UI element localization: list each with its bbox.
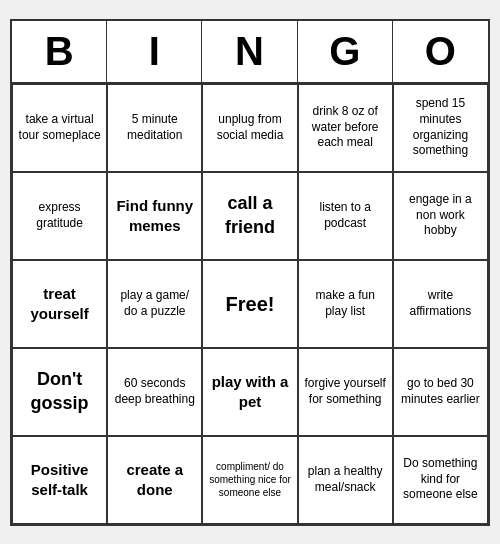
bingo-cell: express gratitude bbox=[12, 172, 107, 260]
bingo-cell: Find funny memes bbox=[107, 172, 202, 260]
bingo-cell: create a done bbox=[107, 436, 202, 524]
bingo-cell: make a fun play list bbox=[298, 260, 393, 348]
bingo-letter: O bbox=[393, 21, 488, 82]
bingo-cell: engage in a non work hobby bbox=[393, 172, 488, 260]
bingo-cell: spend 15 minutes organizing something bbox=[393, 84, 488, 172]
bingo-cell: go to bed 30 minutes earlier bbox=[393, 348, 488, 436]
bingo-cell: listen to a podcast bbox=[298, 172, 393, 260]
bingo-letter: N bbox=[202, 21, 297, 82]
bingo-header: BINGO bbox=[12, 21, 488, 84]
bingo-letter: B bbox=[12, 21, 107, 82]
bingo-cell: treat yourself bbox=[12, 260, 107, 348]
bingo-cell: Positive self-talk bbox=[12, 436, 107, 524]
bingo-cell: forgive yourself for something bbox=[298, 348, 393, 436]
bingo-cell: play with a pet bbox=[202, 348, 297, 436]
bingo-card: BINGO take a virtual tour someplace5 min… bbox=[10, 19, 490, 526]
bingo-cell: call a friend bbox=[202, 172, 297, 260]
bingo-grid: take a virtual tour someplace5 minute me… bbox=[12, 84, 488, 524]
bingo-letter: I bbox=[107, 21, 202, 82]
bingo-cell: unplug from social media bbox=[202, 84, 297, 172]
bingo-cell: drink 8 oz of water before each meal bbox=[298, 84, 393, 172]
bingo-cell: take a virtual tour someplace bbox=[12, 84, 107, 172]
bingo-cell: 5 minute meditation bbox=[107, 84, 202, 172]
bingo-cell: Do something kind for someone else bbox=[393, 436, 488, 524]
bingo-cell: write affirmations bbox=[393, 260, 488, 348]
bingo-cell: Don't gossip bbox=[12, 348, 107, 436]
bingo-cell: 60 seconds deep breathing bbox=[107, 348, 202, 436]
bingo-cell: plan a healthy meal/snack bbox=[298, 436, 393, 524]
bingo-cell: Free! bbox=[202, 260, 297, 348]
bingo-letter: G bbox=[298, 21, 393, 82]
bingo-cell: play a game/ do a puzzle bbox=[107, 260, 202, 348]
bingo-cell: compliment/ do something nice for someon… bbox=[202, 436, 297, 524]
